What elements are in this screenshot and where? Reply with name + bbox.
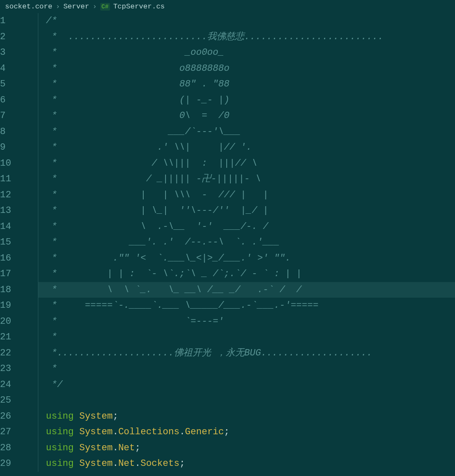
- line-number: 11: [0, 171, 30, 187]
- line-number: 25: [0, 393, 30, 409]
- punct: ;: [224, 424, 230, 440]
- code-line[interactable]: */: [46, 377, 455, 393]
- keyword: using: [46, 456, 79, 472]
- code-line[interactable]: *.....................佛祖开光 ，永无BUG.......…: [46, 345, 455, 361]
- namespace: Net: [118, 456, 135, 472]
- code-line-active[interactable]: * \ \ `_. \_ __\ /__ _/ .-` / /: [38, 282, 455, 298]
- code-line[interactable]: * ___/`---'\___: [46, 124, 455, 140]
- code-line[interactable]: * 88" . "88: [46, 76, 455, 92]
- chevron-right-icon: ›: [93, 3, 97, 11]
- namespace: System: [79, 456, 112, 472]
- code-line[interactable]: * ___'. .' /--.--\ `. .'___: [46, 234, 455, 250]
- line-number: 19: [0, 298, 30, 314]
- line-number: 13: [0, 203, 30, 219]
- keyword: using: [46, 440, 79, 456]
- line-number: 2: [0, 29, 30, 45]
- breadcrumb-seg-1[interactable]: socket.core: [5, 3, 52, 11]
- line-number: 22: [0, 345, 30, 361]
- code-line[interactable]: * | \_| ''\---/'' |_/ |: [46, 203, 455, 219]
- code-content[interactable]: /* * .........................我佛慈悲......…: [38, 13, 455, 472]
- code-line[interactable]: *: [46, 329, 455, 345]
- line-number: 20: [0, 314, 30, 330]
- line-number: 27: [0, 424, 30, 440]
- line-number: 21: [0, 329, 30, 345]
- namespace: System: [79, 424, 112, 440]
- namespace: Collections: [118, 424, 179, 440]
- punct: ;: [135, 440, 140, 456]
- breadcrumb[interactable]: socket.core › Server › C# TcpServer.cs: [0, 0, 455, 13]
- csharp-icon: C#: [100, 3, 110, 11]
- namespace: System: [79, 409, 112, 425]
- line-number: 16: [0, 250, 30, 266]
- code-line[interactable]: * `=---=': [46, 314, 455, 330]
- line-number: 10: [0, 156, 30, 172]
- code-line[interactable]: * o8888888o: [46, 61, 455, 77]
- line-number: 26: [0, 409, 30, 425]
- code-line[interactable]: * / _||||| -卍-|||||- \: [46, 171, 455, 187]
- line-number: 12: [0, 187, 30, 203]
- code-line[interactable]: * ."" '< `.___\_<|>_/___.' >' "".: [46, 250, 455, 266]
- namespace: Net: [118, 440, 135, 456]
- namespace: Generic: [185, 424, 224, 440]
- code-line[interactable]: * .' \\| |// '.: [46, 140, 455, 156]
- code-line[interactable]: /*: [46, 13, 455, 29]
- line-number: 4: [0, 61, 30, 77]
- chevron-right-icon: ›: [56, 3, 60, 11]
- code-line[interactable]: * / \\||| : |||// \: [46, 156, 455, 172]
- code-line[interactable]: * .........................我佛慈悲.........…: [46, 29, 455, 45]
- line-number: 5: [0, 76, 30, 92]
- line-number: 1: [0, 13, 30, 29]
- line-number: 14: [0, 219, 30, 235]
- punct: .: [179, 424, 185, 440]
- punct: ;: [179, 456, 185, 472]
- code-line[interactable]: using System;: [46, 409, 455, 425]
- line-number: 24: [0, 377, 30, 393]
- line-number: 23: [0, 361, 30, 377]
- code-line-empty[interactable]: [46, 393, 455, 409]
- punct: ;: [112, 409, 118, 425]
- line-number: 6: [0, 92, 30, 108]
- line-number: 29: [0, 456, 30, 472]
- line-number: 28: [0, 440, 30, 456]
- punct: .: [112, 456, 118, 472]
- punct: .: [135, 456, 140, 472]
- line-number: 9: [0, 140, 30, 156]
- line-number: 8: [0, 124, 30, 140]
- punct: .: [112, 424, 118, 440]
- code-editor[interactable]: 1 2 3 4 5 6 7 8 9 10 11 12 13 14 15 16 1…: [0, 13, 455, 472]
- code-line[interactable]: using System.Net;: [46, 440, 455, 456]
- line-number: 7: [0, 108, 30, 124]
- punct: .: [112, 440, 118, 456]
- code-line[interactable]: * _oo0oo_: [46, 45, 455, 61]
- line-number: 17: [0, 266, 30, 282]
- keyword: using: [46, 409, 79, 425]
- namespace: Sockets: [140, 456, 179, 472]
- namespace: System: [79, 440, 112, 456]
- code-line[interactable]: * | | : `- \`.;`\ _ /`;.`/ - ` : | |: [46, 266, 455, 282]
- code-line[interactable]: using System.Net.Sockets;: [46, 456, 455, 472]
- code-line[interactable]: * 0\ = /0: [46, 108, 455, 124]
- breadcrumb-file[interactable]: TcpServer.cs: [113, 3, 165, 11]
- breadcrumb-seg-2[interactable]: Server: [63, 3, 89, 11]
- code-line[interactable]: * \ .-\__ '-' ___/-. /: [46, 219, 455, 235]
- line-number-gutter: 1 2 3 4 5 6 7 8 9 10 11 12 13 14 15 16 1…: [0, 13, 38, 472]
- line-number: 18: [0, 282, 30, 298]
- code-line[interactable]: *: [46, 361, 455, 377]
- code-line[interactable]: * (| -_- |): [46, 92, 455, 108]
- line-number: 3: [0, 45, 30, 61]
- code-line[interactable]: using System.Collections.Generic;: [46, 424, 455, 440]
- code-line[interactable]: * =====`-.____`.___ \_____/___.-`___.-'=…: [46, 298, 455, 314]
- keyword: using: [46, 424, 79, 440]
- code-line[interactable]: * | | \\\ - /// | |: [46, 187, 455, 203]
- line-number: 15: [0, 234, 30, 250]
